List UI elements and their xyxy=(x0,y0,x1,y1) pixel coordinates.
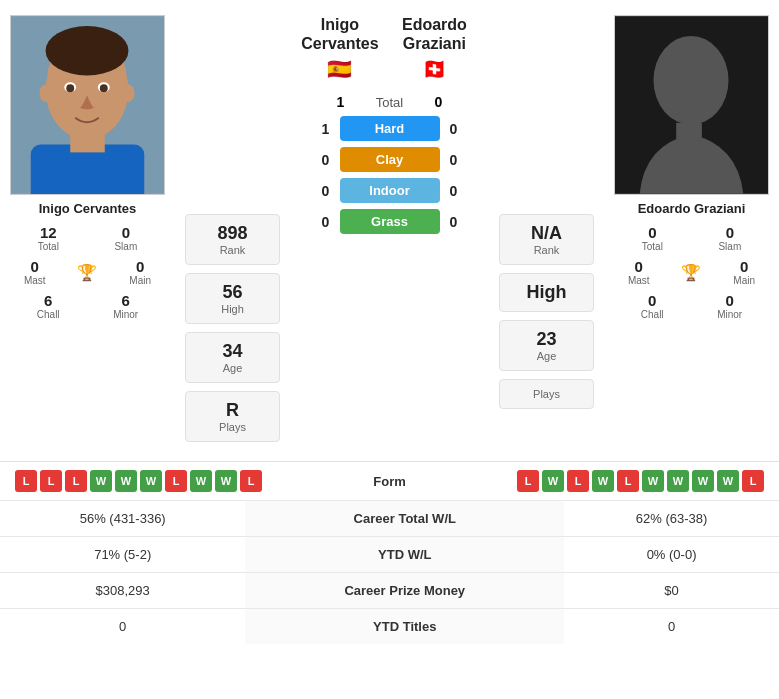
h2h-total-right: 0 xyxy=(425,94,453,110)
form-badge: W xyxy=(692,470,714,492)
left-high-label: High xyxy=(190,303,275,315)
right-form-badges: LWLWLWWWWL xyxy=(517,470,764,492)
form-badge: L xyxy=(15,470,37,492)
indoor-surface-btn: Indoor xyxy=(340,178,440,203)
form-badge: W xyxy=(140,470,162,492)
form-label: Form xyxy=(373,474,406,489)
svg-rect-14 xyxy=(676,123,702,141)
stat-center-label: Career Total W/L xyxy=(245,501,564,537)
form-badge: L xyxy=(617,470,639,492)
right-mast-value: 0 xyxy=(635,258,643,275)
form-badge: L xyxy=(240,470,262,492)
left-age-label: Age xyxy=(190,362,275,374)
left-age-value: 34 xyxy=(190,341,275,362)
h2h-column: Inigo Cervantes 🇪🇸 Edoardo Graziani 🇨🇭 1… xyxy=(290,10,489,451)
stats-table: 56% (431-336) Career Total W/L 62% (63-3… xyxy=(0,500,779,644)
grass-surface-btn: Grass xyxy=(340,209,440,234)
svg-rect-5 xyxy=(70,133,105,153)
stats-row: 71% (5-2) YTD W/L 0% (0-0) xyxy=(0,537,779,573)
h2h-hard-row: 1 Hard 0 xyxy=(290,116,489,141)
right-plays-block: Plays xyxy=(499,379,594,409)
left-form-badges: LLLWWWLWWL xyxy=(15,470,262,492)
right-player-name-header: Edoardo Graziani xyxy=(385,15,484,53)
left-rank-label: Rank xyxy=(190,244,275,256)
form-badge: W xyxy=(717,470,739,492)
right-age-value: 23 xyxy=(504,329,589,350)
right-minor-label: Minor xyxy=(717,309,742,320)
main-container: Inigo Cervantes 12 Total 0 Slam 0 Mast xyxy=(0,0,779,699)
left-flag: 🇪🇸 xyxy=(295,57,385,81)
h2h-total-label: Total xyxy=(355,95,425,110)
h2h-clay-left: 0 xyxy=(312,152,340,168)
right-slam-label: Slam xyxy=(718,241,741,252)
h2h-indoor-right: 0 xyxy=(440,183,468,199)
form-badge: L xyxy=(165,470,187,492)
stats-row: 0 YTD Titles 0 xyxy=(0,609,779,645)
left-high-block: 56 High xyxy=(185,273,280,324)
right-flag: 🇨🇭 xyxy=(385,57,484,81)
left-rank-value: 898 xyxy=(190,223,275,244)
player-right-name: Edoardo Graziani xyxy=(638,201,746,216)
left-minor-value: 6 xyxy=(122,292,130,309)
h2h-total-row: 1 Total 0 xyxy=(290,94,489,110)
left-slam-label: Slam xyxy=(114,241,137,252)
svg-point-13 xyxy=(653,36,728,125)
form-badge: W xyxy=(542,470,564,492)
stats-row: 56% (431-336) Career Total W/L 62% (63-3… xyxy=(0,501,779,537)
h2h-hard-left: 1 xyxy=(312,121,340,137)
player-right-stats: 0 Total 0 Slam 0 Mast 🏆 0 xyxy=(614,224,769,322)
left-plays-label: Plays xyxy=(190,421,275,433)
right-main-label: Main xyxy=(733,275,755,286)
stat-left-value: 71% (5-2) xyxy=(0,537,245,573)
clay-surface-btn: Clay xyxy=(340,147,440,172)
form-badge: W xyxy=(215,470,237,492)
stats-row: $308,293 Career Prize Money $0 xyxy=(0,573,779,609)
stat-center-label: YTD Titles xyxy=(245,609,564,645)
form-badge: L xyxy=(517,470,539,492)
right-age-block: 23 Age xyxy=(499,320,594,371)
left-chall-value: 6 xyxy=(44,292,52,309)
left-minor-label: Minor xyxy=(113,309,138,320)
stat-center-label: Career Prize Money xyxy=(245,573,564,609)
left-plays-value: R xyxy=(190,400,275,421)
right-plays-label: Plays xyxy=(504,388,589,400)
left-mast-value: 0 xyxy=(31,258,39,275)
stat-left-value: 56% (431-336) xyxy=(0,501,245,537)
form-section: LLLWWWLWWL Form LWLWLWWWWL xyxy=(0,461,779,500)
form-badge: L xyxy=(40,470,62,492)
form-badge: L xyxy=(567,470,589,492)
right-age-label: Age xyxy=(504,350,589,362)
form-badge: W xyxy=(642,470,664,492)
right-trophy-icon: 🏆 xyxy=(681,263,701,282)
left-rank-block: 898 Rank xyxy=(185,214,280,265)
h2h-grass-right: 0 xyxy=(440,214,468,230)
form-badge: W xyxy=(667,470,689,492)
h2h-indoor-left: 0 xyxy=(312,183,340,199)
stat-right-value: 62% (63-38) xyxy=(564,501,779,537)
right-chall-label: Chall xyxy=(641,309,664,320)
form-badge: W xyxy=(190,470,212,492)
form-badge: L xyxy=(65,470,87,492)
right-rank-label: Rank xyxy=(504,244,589,256)
player-left-stats: 12 Total 0 Slam 0 Mast 🏆 0 xyxy=(10,224,165,322)
left-age-block: 34 Age xyxy=(185,332,280,383)
right-high-block: High xyxy=(499,273,594,312)
h2h-grass-row: 0 Grass 0 xyxy=(290,209,489,234)
stat-left-value: 0 xyxy=(0,609,245,645)
h2h-clay-right: 0 xyxy=(440,152,468,168)
left-slam-value: 0 xyxy=(122,224,130,241)
right-total-label: Total xyxy=(642,241,663,252)
right-slam-value: 0 xyxy=(726,224,734,241)
h2h-clay-row: 0 Clay 0 xyxy=(290,147,489,172)
player-left-photo xyxy=(10,15,165,195)
right-rank-block: N/A Rank xyxy=(499,214,594,265)
left-plays-block: R Plays xyxy=(185,391,280,442)
left-trophy-icon: 🏆 xyxy=(77,263,97,282)
h2h-total-left: 1 xyxy=(327,94,355,110)
left-main-label: Main xyxy=(129,275,151,286)
stat-left-value: $308,293 xyxy=(0,573,245,609)
left-player-name-header: Inigo Cervantes xyxy=(295,15,385,53)
right-center-stats: N/A Rank High 23 Age Plays xyxy=(489,10,604,451)
h2h-indoor-row: 0 Indoor 0 xyxy=(290,178,489,203)
h2h-hard-right: 0 xyxy=(440,121,468,137)
